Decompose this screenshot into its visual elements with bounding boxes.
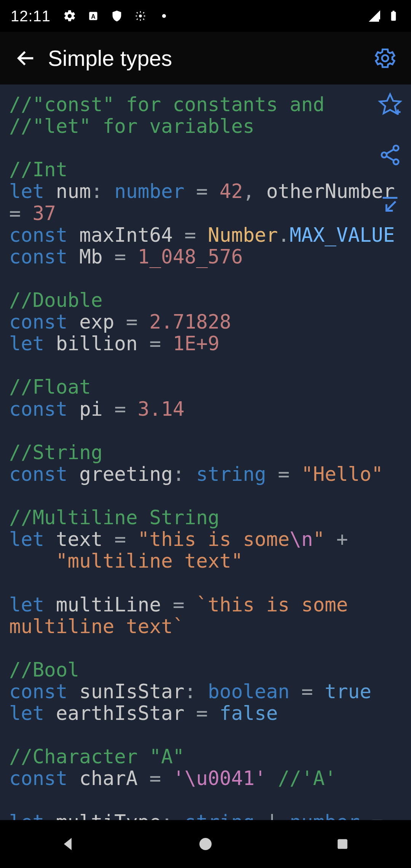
svg-point-11 (199, 838, 212, 850)
code-actions (377, 91, 403, 219)
signal-icon (368, 9, 381, 23)
svg-text:A: A (91, 13, 96, 20)
card-icon: A (86, 9, 100, 23)
svg-point-9 (382, 152, 387, 157)
shield-icon (110, 9, 124, 23)
svg-rect-5 (391, 12, 396, 21)
settings-button[interactable] (367, 40, 403, 77)
android-nav-bar (0, 820, 411, 868)
nav-back-button[interactable] (49, 825, 88, 863)
dot-icon (157, 9, 171, 23)
svg-rect-12 (338, 839, 347, 849)
back-button[interactable] (8, 40, 44, 77)
gear-small-icon (134, 9, 147, 23)
android-status-bar: 12:11 A (0, 0, 411, 32)
gear-icon (63, 9, 76, 23)
svg-point-2 (139, 14, 142, 18)
page-title: Simple types (48, 46, 367, 71)
favorite-button[interactable] (377, 91, 403, 118)
clock: 12:11 (11, 8, 51, 25)
svg-point-10 (393, 159, 398, 164)
svg-point-7 (382, 55, 389, 62)
battery-icon (387, 9, 400, 23)
svg-point-8 (393, 145, 398, 150)
status-right (368, 9, 400, 23)
status-left: 12:11 A (11, 8, 171, 25)
share-button[interactable] (377, 142, 403, 168)
svg-rect-4 (379, 18, 380, 19)
nav-home-button[interactable] (186, 825, 225, 863)
svg-rect-6 (393, 11, 395, 12)
collapse-button[interactable] (377, 192, 403, 219)
code-viewer[interactable]: //"const" for constants and //"let" for … (0, 85, 411, 820)
nav-recent-button[interactable] (323, 825, 362, 863)
code-content: //"const" for constants and //"let" for … (9, 94, 403, 820)
app-bar: Simple types (0, 32, 411, 85)
